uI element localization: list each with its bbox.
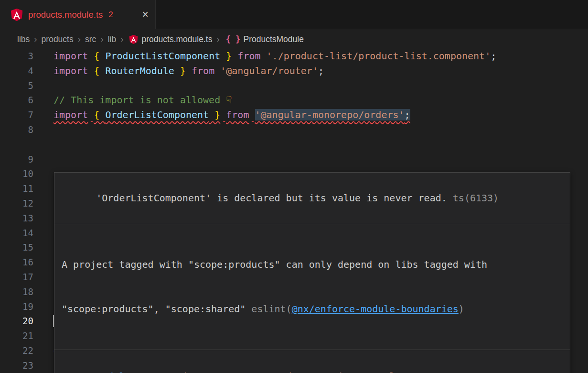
- line-number: 4: [0, 64, 33, 78]
- line-number: 13: [0, 211, 33, 226]
- tab-products-module[interactable]: products.module.ts 2 ×: [0, 0, 156, 29]
- chevron-right-icon: ›: [75, 34, 84, 44]
- editor-line-6[interactable]: 6// This import is not allowed ☟: [0, 93, 588, 108]
- tab-title: products.module.ts: [28, 10, 103, 20]
- module-keyword: module: [96, 371, 130, 373]
- eslint-source-open: eslint(: [251, 303, 291, 315]
- editor-line-4[interactable]: 4import { RouterModule } from '@angular/…: [0, 64, 588, 78]
- line-number: 9: [0, 152, 33, 167]
- line-number: 12: [0, 196, 33, 211]
- code-editor[interactable]: 3import { ProductListComponent } from '.…: [0, 49, 588, 373]
- tab-close-icon[interactable]: ×: [142, 9, 149, 20]
- editor-line-8[interactable]: 8: [0, 122, 588, 137]
- code-line[interactable]: import { ProductListComponent } from './…: [53, 49, 496, 64]
- line-number: 18: [0, 285, 33, 299]
- line-number: 19: [0, 299, 33, 314]
- line-number: 6: [0, 93, 33, 108]
- error-hover-tooltip: 'OrderListComponent' is declared but its…: [54, 172, 570, 373]
- breadcrumb-symbol-products-module[interactable]: ProductsModule: [242, 34, 304, 44]
- line-number: 20: [0, 314, 33, 329]
- module-path-line1: "/Users/isaac/Documents/code/nx-recipes/…: [131, 371, 413, 373]
- code-line[interactable]: import { RouterModule } from '@angular/r…: [53, 64, 324, 78]
- eslint-rule-link[interactable]: @nx/enforce-module-boundaries: [292, 303, 459, 315]
- tab-bar: products.module.ts 2 ×: [0, 0, 588, 29]
- breadcrumb: libs › products › src › lib › products.m…: [0, 29, 588, 49]
- line-number: 21: [0, 329, 33, 343]
- eslint-source-close: ): [459, 303, 464, 315]
- editor-line-3[interactable]: 3import { ProductListComponent } from '.…: [0, 49, 588, 64]
- line-number: 3: [0, 49, 33, 64]
- line-number: 14: [0, 226, 33, 241]
- line-number: 15: [0, 240, 33, 255]
- eslint-message-line1: A project tagged with "scope:products" c…: [62, 257, 563, 272]
- breadcrumb-lib[interactable]: lib: [107, 34, 118, 44]
- line-number: 22: [0, 343, 33, 358]
- angular-file-icon: [129, 35, 138, 44]
- line-number: 17: [0, 270, 33, 285]
- editor-line-7[interactable]: 7import { OrderListComponent } from '@an…: [0, 108, 588, 122]
- line-number: 23: [0, 358, 33, 373]
- breadcrumb-products[interactable]: products: [41, 34, 75, 44]
- code-line-with-error-squiggle[interactable]: import { OrderListComponent } from '@ang…: [53, 108, 410, 122]
- line-number: 8: [0, 122, 33, 137]
- module-symbol-icon: { }: [226, 34, 241, 44]
- line-number: 7: [0, 108, 33, 122]
- tab-problem-count-badge: 2: [108, 10, 113, 20]
- hover-module-info: module "/Users/isaac/Documents/code/nx-r…: [54, 350, 570, 373]
- code-line[interactable]: // This import is not allowed ☟: [53, 93, 232, 108]
- line-number: 5: [0, 78, 33, 93]
- eslint-message-line2: "scope:products", "scope:shared" eslint(…: [62, 302, 563, 317]
- chevron-right-icon: ›: [213, 34, 223, 44]
- chevron-right-icon: ›: [31, 34, 40, 44]
- editor-line-5[interactable]: 5: [0, 78, 588, 93]
- breadcrumb-libs[interactable]: libs: [16, 34, 31, 44]
- breadcrumb-src[interactable]: src: [84, 34, 97, 44]
- chevron-right-icon: ›: [97, 34, 107, 44]
- ts-diagnostic-source: ts(6133): [453, 192, 499, 204]
- hover-eslint-diagnostic: A project tagged with "scope:products" c…: [54, 224, 570, 350]
- angular-file-icon: [11, 9, 23, 21]
- eslint-message-line2-text: "scope:products", "scope:shared": [62, 303, 251, 315]
- editor-line-9[interactable]: 9: [0, 152, 588, 167]
- hover-ts-diagnostic: 'OrderListComponent' is declared but its…: [54, 173, 570, 224]
- ts-diagnostic-message: 'OrderListComponent' is declared but its…: [96, 192, 447, 204]
- line-number: 10: [0, 166, 33, 181]
- breadcrumb-file[interactable]: products.module.ts: [141, 34, 214, 44]
- line-number: 11: [0, 181, 33, 196]
- line-number: 16: [0, 255, 33, 270]
- chevron-right-icon: ›: [117, 34, 127, 44]
